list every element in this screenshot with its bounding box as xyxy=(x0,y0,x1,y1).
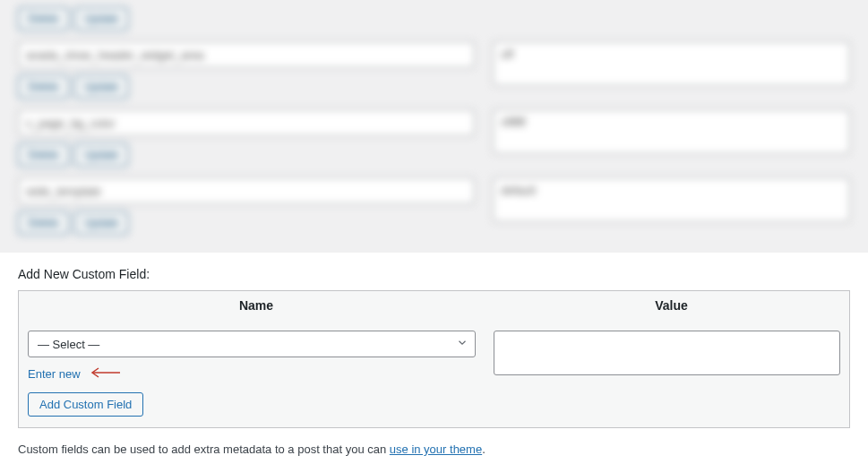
add-field-table: Name Value — Select — Enter new xyxy=(18,290,850,428)
table-body: — Select — Enter new xyxy=(19,320,849,427)
column-header-name: Name xyxy=(19,291,494,320)
name-select[interactable]: — Select — xyxy=(28,331,476,357)
custom-field-name-input[interactable]: v_page_bg_color xyxy=(18,109,475,136)
add-new-custom-field-section: Add New Custom Field: Name Value — Selec… xyxy=(0,253,868,464)
footer-text-after: . xyxy=(482,443,486,456)
table-header-row: Name Value xyxy=(19,291,849,320)
name-select-wrapper: — Select — xyxy=(28,331,476,357)
add-custom-field-button[interactable]: Add Custom Field xyxy=(28,392,143,417)
section-heading: Add New Custom Field: xyxy=(18,253,850,290)
update-button[interactable]: Update xyxy=(74,7,129,30)
footer-help-text: Custom fields can be used to add extra m… xyxy=(18,443,850,456)
custom-field-value-input[interactable]: #ffffff xyxy=(493,109,850,154)
custom-field-name-input[interactable]: avada_show_header_widget_area xyxy=(18,41,475,68)
custom-field-value-input[interactable]: off xyxy=(493,41,850,86)
update-button[interactable]: Update xyxy=(74,75,129,99)
use-in-theme-link[interactable]: use in your theme xyxy=(390,443,482,456)
value-textarea[interactable] xyxy=(494,331,840,375)
delete-button[interactable]: Delete xyxy=(18,211,69,235)
enter-new-link[interactable]: Enter new xyxy=(28,367,81,381)
arrow-left-icon xyxy=(90,366,120,382)
delete-button[interactable]: Delete xyxy=(18,7,69,30)
custom-field-value-input[interactable]: default xyxy=(493,177,850,222)
column-header-value: Value xyxy=(494,291,849,320)
footer-text-before: Custom fields can be used to add extra m… xyxy=(18,443,390,456)
delete-button[interactable]: Delete xyxy=(18,143,69,167)
update-button[interactable]: Update xyxy=(74,143,129,167)
delete-button[interactable]: Delete xyxy=(18,75,69,99)
custom-field-name-input[interactable]: wide_template xyxy=(18,177,475,204)
update-button[interactable]: Update xyxy=(74,211,129,235)
existing-custom-fields-area: Delete Update avada_show_header_widget_a… xyxy=(0,7,868,253)
